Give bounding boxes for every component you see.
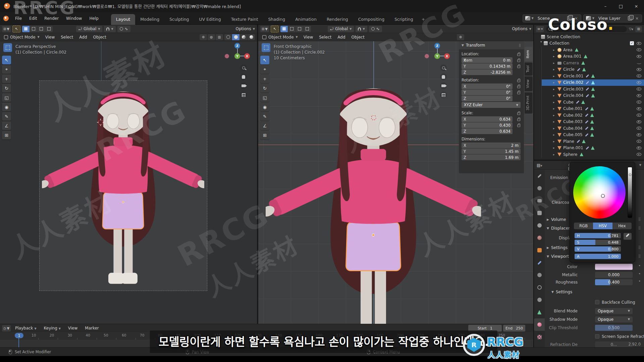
- modifier-wrench-icon[interactable]: [585, 107, 589, 111]
- location-x-field[interactable]: ItemX0 m: [462, 57, 513, 63]
- expand-arrow-icon[interactable]: ▸: [553, 68, 557, 71]
- mesh-data-icon[interactable]: [582, 68, 586, 71]
- axis-x-ball[interactable]: X: [444, 53, 450, 59]
- gizmo-toggle[interactable]: ⊕: [457, 34, 464, 40]
- select-intersect-icon[interactable]: [304, 26, 311, 32]
- mesh-data-icon[interactable]: [582, 139, 586, 143]
- expand-arrow-icon[interactable]: ▸: [553, 81, 557, 84]
- lock-icon[interactable]: [517, 92, 520, 94]
- editor-type-button[interactable]: ≡▼: [536, 26, 544, 32]
- tab-texture-paint[interactable]: Texture Paint: [226, 14, 263, 25]
- frame-end-field[interactable]: End250: [503, 325, 525, 331]
- marker-menu[interactable]: Marker: [82, 325, 102, 331]
- location-z-field[interactable]: Z-2.8256 m: [462, 69, 513, 75]
- properties-tab-tool[interactable]: [534, 170, 545, 182]
- tab-add-workspace[interactable]: +: [418, 14, 428, 25]
- mesh-data-icon[interactable]: [591, 146, 595, 150]
- expand-arrow-icon[interactable]: ▸: [540, 41, 543, 45]
- visibility-eye-icon[interactable]: [637, 146, 641, 149]
- tool-annotate[interactable]: ✎: [2, 112, 11, 121]
- outliner-row[interactable]: ▸ Circle.001 ✓: [541, 73, 644, 79]
- expand-arrow-icon[interactable]: ▸: [553, 61, 557, 65]
- camera-view-toggle-icon[interactable]: [440, 82, 447, 89]
- solid-shading-icon[interactable]: [232, 34, 239, 40]
- outliner-row[interactable]: ▸ Cube.003 ✓: [541, 119, 644, 125]
- transform-orientation-dropdown[interactable]: ⤾ Global▼: [328, 26, 354, 32]
- blend-mode-dropdown[interactable]: Opaque▼: [595, 308, 633, 314]
- expand-arrow-icon[interactable]: ▸: [553, 114, 557, 117]
- select-extend-icon[interactable]: [30, 26, 37, 32]
- zoom-icon[interactable]: [240, 64, 247, 71]
- remove-view-layer-icon[interactable]: ×: [635, 16, 639, 21]
- scene-selector[interactable]: ▼ Scene ×: [523, 14, 581, 22]
- properties-tab-object[interactable]: [534, 244, 545, 256]
- ortho-grid-icon[interactable]: [240, 92, 247, 98]
- lock-icon[interactable]: [517, 86, 520, 88]
- properties-tab-modifiers[interactable]: [534, 256, 545, 269]
- axis-x-ball[interactable]: X: [244, 53, 250, 59]
- proportional-edit-button[interactable]: ∿: [369, 26, 382, 32]
- properties-tab-constraints[interactable]: [534, 294, 545, 306]
- editor-type-button[interactable]: ◷▼: [2, 325, 11, 331]
- tab-modeling[interactable]: Modeling: [135, 14, 164, 25]
- wireframe-shading-icon[interactable]: [224, 34, 232, 40]
- expand-arrow-icon[interactable]: ▸: [553, 120, 557, 123]
- outliner-row[interactable]: ▸ Plane.001 ✓: [541, 145, 644, 152]
- expand-arrow-icon[interactable]: ▸: [553, 153, 557, 156]
- visibility-eye-icon[interactable]: [637, 55, 641, 58]
- view-menu[interactable]: View: [65, 325, 80, 331]
- options-dropdown[interactable]: Options▼: [512, 26, 531, 31]
- modifier-wrench-icon[interactable]: [586, 146, 589, 150]
- active-tool-icon[interactable]: ↖: [12, 25, 20, 33]
- expand-arrow-icon[interactable]: ▸: [553, 48, 557, 52]
- axis-negative-ball[interactable]: [425, 54, 429, 58]
- character-model-camera-view[interactable]: [42, 91, 204, 290]
- outliner-row[interactable]: ▸ Cube.004 ✓: [541, 125, 644, 132]
- mesh-data-icon[interactable]: [584, 55, 587, 58]
- expand-arrow-icon[interactable]: ▸: [553, 133, 557, 136]
- eyedropper-button[interactable]: [624, 233, 632, 240]
- axis-z-ball[interactable]: Z: [234, 43, 240, 49]
- select-set-icon[interactable]: [22, 26, 30, 32]
- viewport-menu-item[interactable]: Object: [90, 34, 109, 41]
- visibility-eye-icon[interactable]: [637, 48, 641, 51]
- menu-item[interactable]: Render: [41, 15, 62, 22]
- tool-tweak[interactable]: ↖: [260, 56, 269, 64]
- new-view-layer-icon[interactable]: [628, 16, 632, 20]
- outliner-row[interactable]: ▸ Cube.005 ✓: [541, 132, 644, 138]
- outliner-row[interactable]: ▸ Camera ✓: [541, 60, 644, 66]
- expand-arrow-icon[interactable]: ▸: [553, 127, 557, 130]
- pan-hand-icon[interactable]: [440, 73, 447, 80]
- mode-dropdown[interactable]: Object Mode▼: [260, 34, 300, 40]
- menu-item[interactable]: Window: [62, 15, 86, 22]
- properties-tab-particles[interactable]: [534, 269, 545, 281]
- mesh-data-icon[interactable]: [580, 153, 583, 156]
- active-tool-icon[interactable]: ↖: [271, 25, 279, 33]
- properties-tab-world[interactable]: [534, 232, 545, 244]
- camera-view-icon[interactable]: [3, 43, 12, 52]
- tool-scale[interactable]: ◱: [2, 93, 11, 102]
- tool-add-cube[interactable]: ⊞: [2, 131, 11, 139]
- properties-tab-render[interactable]: [534, 182, 545, 194]
- outliner-row[interactable]: ▸ Circle ✓: [541, 66, 644, 73]
- expand-arrow-icon[interactable]: ▸: [553, 87, 557, 91]
- visibility-eye-icon[interactable]: [637, 127, 641, 130]
- modifier-wrench-icon[interactable]: [577, 139, 580, 143]
- material-shading-icon[interactable]: [240, 34, 247, 40]
- editor-type-button[interactable]: ⊞▼: [260, 26, 269, 32]
- material-settings-section[interactable]: ▼Settings: [551, 290, 572, 294]
- rotation-mode-dropdown[interactable]: XYZ Euler▼: [462, 102, 521, 108]
- current-frame-indicator[interactable]: 1: [15, 333, 23, 338]
- modifier-wrench-icon[interactable]: [585, 113, 589, 117]
- visibility-eye-icon[interactable]: [637, 81, 641, 84]
- dimensions-z-field[interactable]: Z1.69 m: [462, 155, 521, 160]
- hsv-tab[interactable]: HSV: [593, 223, 612, 229]
- viewport-front-ortho[interactable]: ⊞▼ ↖ ⤾ Global▼ ▼ ∿ Options▼ Object Mode▼…: [258, 25, 533, 324]
- select-extend-icon[interactable]: [288, 26, 296, 32]
- viewport-camera[interactable]: ⊞▼ ↖ ⤾ Global▼ ▼ ∿ Options▼ Object Mode▼…: [0, 25, 257, 324]
- properties-tab-view-layer[interactable]: [534, 207, 545, 219]
- mesh-data-icon[interactable]: [575, 48, 579, 52]
- properties-tab-texture[interactable]: [534, 331, 545, 343]
- scale-x-field[interactable]: X0.634: [462, 116, 513, 122]
- current-frame-line[interactable]: [18, 338, 19, 347]
